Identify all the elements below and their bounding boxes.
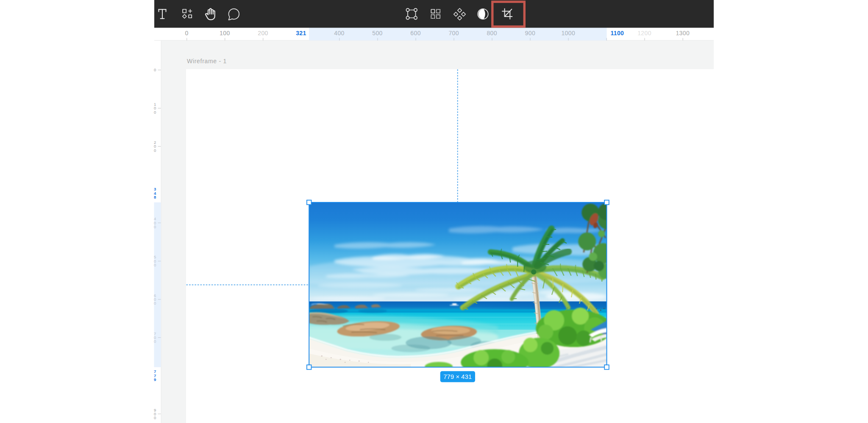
- svg-text:0: 0: [154, 224, 156, 229]
- svg-text:500: 500: [372, 30, 383, 36]
- svg-text:Wireframe - 1: Wireframe - 1: [187, 58, 227, 64]
- svg-text:800: 800: [487, 30, 497, 36]
- svg-text:321: 321: [296, 30, 306, 36]
- svg-text:0: 0: [185, 30, 188, 36]
- svg-text:600: 600: [410, 30, 421, 36]
- svg-text:779 × 431: 779 × 431: [443, 373, 472, 380]
- svg-text:1000: 1000: [561, 30, 575, 36]
- svg-text:0: 0: [154, 67, 156, 72]
- svg-text:8: 8: [154, 195, 156, 199]
- svg-text:0: 0: [154, 110, 156, 115]
- svg-text:0: 0: [154, 301, 156, 305]
- svg-text:0: 0: [154, 415, 156, 420]
- svg-text:700: 700: [448, 30, 459, 36]
- svg-text:1200: 1200: [637, 30, 651, 36]
- svg-text:0: 0: [154, 148, 156, 153]
- svg-text:0: 0: [154, 339, 156, 344]
- svg-text:9: 9: [154, 377, 156, 382]
- svg-text:200: 200: [258, 30, 268, 36]
- svg-text:100: 100: [220, 30, 230, 36]
- svg-text:400: 400: [334, 30, 345, 36]
- svg-text:900: 900: [525, 30, 536, 36]
- svg-text:0: 0: [154, 263, 156, 267]
- svg-text:1100: 1100: [611, 30, 624, 36]
- svg-text:1300: 1300: [676, 30, 690, 36]
